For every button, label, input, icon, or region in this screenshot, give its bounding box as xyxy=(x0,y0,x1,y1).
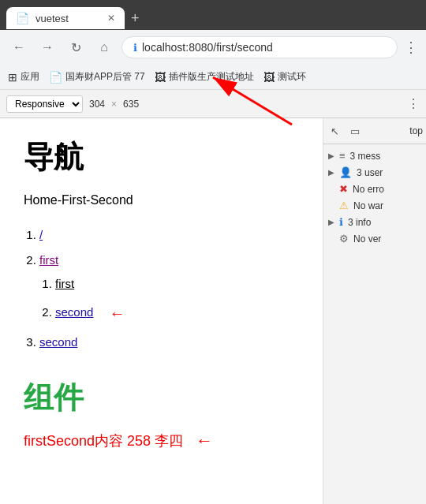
tab-title: vuetest xyxy=(36,13,69,24)
page-heading: 导航 xyxy=(24,137,299,177)
responsive-select[interactable]: Responsive xyxy=(6,95,83,113)
cursor-icon[interactable]: ↖ xyxy=(327,123,342,139)
gear-icon: ⚙ xyxy=(339,233,349,245)
list-item: second xyxy=(39,330,299,354)
devtools-row[interactable]: ▶ ✖ No erro xyxy=(323,181,426,197)
warning-icon: ⚠ xyxy=(339,200,349,211)
list-icon: ≡ xyxy=(339,150,346,162)
plugin-icon: 🖼 xyxy=(155,71,166,84)
devtools-items: ▶ ≡ 3 mess ▶ 👤 3 user ▶ ✖ No erro ▶ ⚠ No… xyxy=(323,144,426,250)
second-sub-link[interactable]: second xyxy=(55,305,93,319)
first-sub-link[interactable]: first xyxy=(55,277,74,290)
devtools-row[interactable]: ▶ ⚙ No ver xyxy=(323,230,426,247)
refresh-button[interactable]: ↻ xyxy=(65,36,87,58)
bookmark-test[interactable]: 🖼 测试环 xyxy=(263,70,306,84)
main-area: 导航 Home-First-Second / first first secon… xyxy=(0,118,426,504)
user-icon: 👤 xyxy=(339,166,352,178)
bookmark-plugin-label: 插件版生产测试地址 xyxy=(169,70,254,84)
devtools-label: 3 mess xyxy=(350,151,381,162)
new-tab-button[interactable]: + xyxy=(131,10,140,27)
address-bar[interactable]: ℹ localhost:8080/first/second xyxy=(121,36,398,58)
devtools-label: No ver xyxy=(353,233,381,245)
active-tab[interactable]: 📄 vuetest ✕ xyxy=(6,7,125,29)
width-value: 304 xyxy=(89,99,105,110)
info-icon: ℹ xyxy=(339,216,343,228)
bookmark-guoshou-label: 国寿财APP后管 77 xyxy=(65,70,145,84)
forward-button[interactable]: → xyxy=(36,36,58,58)
devtools-label: 3 user xyxy=(357,167,383,178)
expand-icon: ▶ xyxy=(328,151,334,160)
tab-close-button[interactable]: ✕ xyxy=(107,13,115,24)
devtools-row[interactable]: ▶ ⚠ No war xyxy=(323,197,426,214)
component-content: firstSecond内容 258 李四 xyxy=(24,431,183,450)
devtools-menu-button[interactable]: ⋮ xyxy=(407,96,420,111)
bookmark-test-label: 测试环 xyxy=(278,70,306,84)
arrow-annotation-2: ← xyxy=(196,431,213,451)
root-link[interactable]: / xyxy=(39,228,43,241)
lock-icon: ℹ xyxy=(133,42,137,54)
apps-icon: ⊞ xyxy=(8,71,17,84)
component-content-row: firstSecond内容 258 李四 ← xyxy=(24,431,299,451)
bookmark-plugin[interactable]: 🖼 插件版生产测试地址 xyxy=(155,70,254,84)
back-button[interactable]: ← xyxy=(8,36,30,58)
top-label: top xyxy=(409,125,423,136)
list-item: first first second ← xyxy=(39,248,299,329)
devtools-icons-row: ↖ ▭ top xyxy=(323,118,426,144)
tab-bar: 📄 vuetest ✕ + xyxy=(0,0,426,30)
bookmark-guoshou[interactable]: 📄 国寿财APP后管 77 xyxy=(49,70,145,84)
address-url: localhost:8080/first/second xyxy=(142,41,273,54)
expand-icon: ▶ xyxy=(328,218,334,226)
devtools-row[interactable]: ▶ ≡ 3 mess xyxy=(323,147,426,164)
component-heading: 组件 xyxy=(24,378,299,418)
sub-list-item: second ← xyxy=(55,297,299,329)
list-item: / xyxy=(39,223,299,247)
guoshou-icon: 📄 xyxy=(49,71,62,84)
sub-navigation-list: first second ← xyxy=(55,272,299,329)
devtools-toolbar: Responsive 304 × 635 ⋮ xyxy=(0,90,426,118)
menu-button[interactable]: ⋮ xyxy=(404,39,418,56)
height-value: 635 xyxy=(123,99,139,110)
page-content: 导航 Home-First-Second / first first secon… xyxy=(0,118,323,504)
arrow-annotation-1: ← xyxy=(110,297,125,329)
breadcrumb: Home-First-Second xyxy=(24,193,299,207)
sub-list-item: first xyxy=(55,272,299,296)
expand-icon: ▶ xyxy=(328,168,334,177)
bookmarks-bar: ⊞ 应用 📄 国寿财APP后管 77 🖼 插件版生产测试地址 🖼 测试环 xyxy=(0,65,426,90)
bookmark-apps[interactable]: ⊞ 应用 xyxy=(8,70,39,84)
second-link[interactable]: second xyxy=(39,335,77,349)
navigation-list: / first first second ← second xyxy=(39,223,299,354)
devtools-label: No erro xyxy=(353,184,384,195)
test-icon: 🖼 xyxy=(263,71,275,84)
bookmark-apps-label: 应用 xyxy=(21,70,39,84)
error-icon: ✖ xyxy=(339,183,348,195)
tab-icon: 📄 xyxy=(16,12,29,24)
devtools-label: No war xyxy=(353,200,383,211)
navigation-bar: ← → ↻ ⌂ ℹ localhost:8080/first/second ⋮ xyxy=(0,30,426,65)
devtools-row[interactable]: ▶ 👤 3 user xyxy=(323,164,426,181)
home-button[interactable]: ⌂ xyxy=(93,36,115,58)
devtools-label: 3 info xyxy=(348,217,371,228)
devtools-panel: ↖ ▭ top ▶ ≡ 3 mess ▶ 👤 3 user ▶ ✖ No err… xyxy=(323,118,426,504)
devtools-row[interactable]: ▶ ℹ 3 info xyxy=(323,214,426,230)
dimension-separator: × xyxy=(111,99,117,110)
first-link[interactable]: first xyxy=(39,253,58,267)
device-icon[interactable]: ▭ xyxy=(347,123,363,139)
